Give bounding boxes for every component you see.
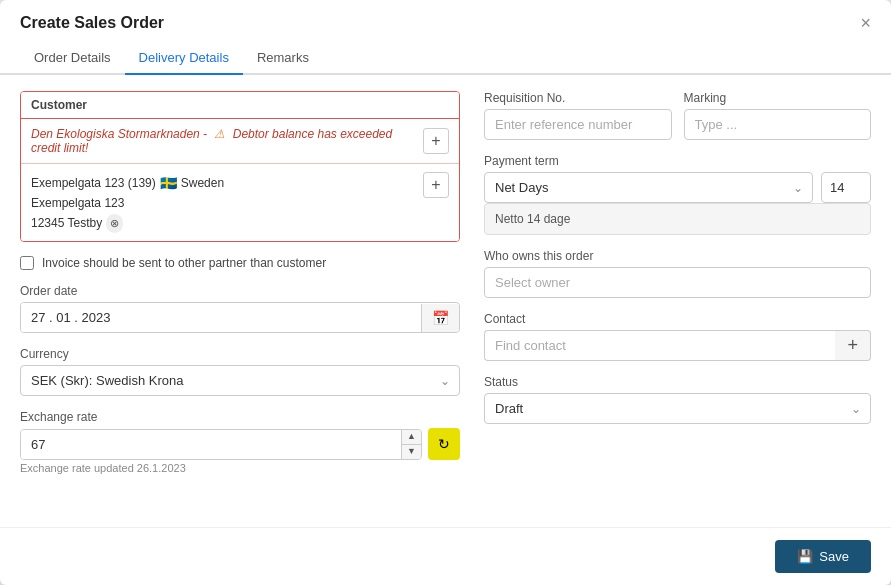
exchange-rate-row: ▲ ▼ ↻ xyxy=(20,428,460,460)
status-select[interactable]: Draft xyxy=(484,393,871,424)
create-sales-order-modal: Create Sales Order × Order Details Deliv… xyxy=(0,0,891,585)
sweden-flag-icon: 🇸🇪 xyxy=(160,172,177,194)
contact-field: Contact + xyxy=(484,312,871,361)
marking-field: Marking xyxy=(684,91,872,140)
remove-address-tag[interactable]: ⊗ xyxy=(106,214,123,234)
stepper-buttons: ▲ ▼ xyxy=(401,430,421,459)
customer-label: Customer xyxy=(21,92,459,119)
requisition-label: Requisition No. xyxy=(484,91,672,105)
currency-select[interactable]: SEK (Skr): Swedish Krona xyxy=(20,365,460,396)
customer-add-button[interactable]: + xyxy=(423,128,449,154)
customer-address-row: Exempelgata 123 (139) 🇸🇪 Sweden Exempelg… xyxy=(21,164,459,241)
save-label: Save xyxy=(819,549,849,564)
exchange-rate-field: Exchange rate ▲ ▼ ↻ Exchange rate update… xyxy=(20,410,460,474)
modal-tabs: Order Details Delivery Details Remarks xyxy=(0,42,891,75)
date-input-wrapper: 📅 xyxy=(20,302,460,333)
invoice-other-partner-checkbox[interactable] xyxy=(20,256,34,270)
customer-error-text: Den Ekologiska Stormarknaden - ⚠ Debtor … xyxy=(31,127,423,155)
exchange-rate-note: Exchange rate updated 26.1.2023 xyxy=(20,462,460,474)
exchange-input-wrapper: ▲ ▼ xyxy=(20,429,422,460)
contact-input[interactable] xyxy=(484,330,835,361)
invoice-checkbox-label: Invoice should be sent to other partner … xyxy=(42,256,326,270)
payment-row: Net Days xyxy=(484,172,871,203)
payment-term-select[interactable]: Net Days xyxy=(484,172,813,203)
marking-label: Marking xyxy=(684,91,872,105)
customer-box: Customer Den Ekologiska Stormarknaden - … xyxy=(20,91,460,242)
payment-suggestion: Netto 14 dage xyxy=(484,203,871,235)
order-date-input[interactable] xyxy=(21,303,421,332)
refresh-exchange-rate-button[interactable]: ↻ xyxy=(428,428,460,460)
close-button[interactable]: × xyxy=(860,14,871,32)
calendar-icon[interactable]: 📅 xyxy=(421,304,459,332)
currency-field: Currency SEK (Skr): Swedish Krona xyxy=(20,347,460,396)
payment-term-field: Payment term Net Days Netto 14 dage xyxy=(484,154,871,235)
tab-remarks[interactable]: Remarks xyxy=(243,42,323,75)
contact-row: + xyxy=(484,330,871,361)
status-select-wrapper: Draft xyxy=(484,393,871,424)
requisition-input[interactable] xyxy=(484,109,672,140)
exchange-rate-label: Exchange rate xyxy=(20,410,460,424)
owner-label: Who owns this order xyxy=(484,249,871,263)
payment-select-wrapper: Net Days xyxy=(484,172,813,203)
modal-header: Create Sales Order × xyxy=(0,0,891,32)
left-column: Customer Den Ekologiska Stormarknaden - … xyxy=(20,91,460,511)
status-label: Status xyxy=(484,375,871,389)
owner-input[interactable] xyxy=(484,267,871,298)
address-line1: Exempelgata 123 (139) 🇸🇪 Sweden xyxy=(31,172,224,194)
customer-error-row: Den Ekologiska Stormarknaden - ⚠ Debtor … xyxy=(21,119,459,164)
tab-order-details[interactable]: Order Details xyxy=(20,42,125,75)
stepper-up-button[interactable]: ▲ xyxy=(402,430,421,445)
stepper-down-button[interactable]: ▼ xyxy=(402,445,421,459)
customer-field-group: Customer Den Ekologiska Stormarknaden - … xyxy=(20,91,460,242)
status-field: Status Draft xyxy=(484,375,871,424)
address-add-button[interactable]: + xyxy=(423,172,449,198)
order-date-label: Order date xyxy=(20,284,460,298)
payment-days-input[interactable] xyxy=(821,172,871,203)
warning-icon: ⚠ xyxy=(214,127,225,141)
exchange-rate-input[interactable] xyxy=(21,430,401,459)
modal-title: Create Sales Order xyxy=(20,14,164,32)
save-button[interactable]: 💾 Save xyxy=(775,540,871,573)
payment-term-label: Payment term xyxy=(484,154,871,168)
owner-field: Who owns this order xyxy=(484,249,871,298)
save-icon: 💾 xyxy=(797,549,813,564)
modal-body: Customer Den Ekologiska Stormarknaden - … xyxy=(0,75,891,527)
currency-select-wrapper: SEK (Skr): Swedish Krona xyxy=(20,365,460,396)
contact-add-button[interactable]: + xyxy=(835,330,871,361)
right-column: Requisition No. Marking Payment term Net… xyxy=(484,91,871,511)
requisition-marking-row: Requisition No. Marking xyxy=(484,91,871,140)
contact-label: Contact xyxy=(484,312,871,326)
tab-delivery-details[interactable]: Delivery Details xyxy=(125,42,243,75)
modal-footer: 💾 Save xyxy=(0,527,891,585)
currency-label: Currency xyxy=(20,347,460,361)
address-line3: 12345 Testby ⊗ xyxy=(31,214,224,234)
order-date-field: Order date 📅 xyxy=(20,284,460,333)
marking-input[interactable] xyxy=(684,109,872,140)
requisition-field: Requisition No. xyxy=(484,91,672,140)
customer-address: Exempelgata 123 (139) 🇸🇪 Sweden Exempelg… xyxy=(31,172,224,233)
invoice-checkbox-row: Invoice should be sent to other partner … xyxy=(20,256,460,270)
